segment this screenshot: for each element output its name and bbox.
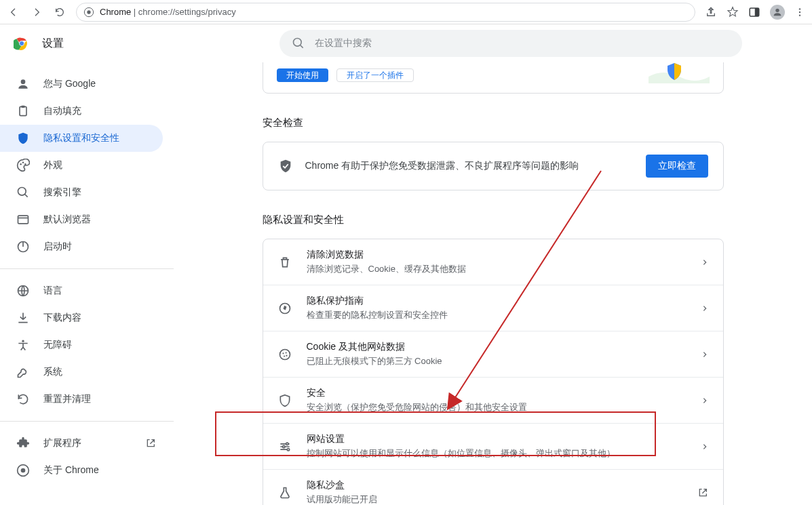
svg-rect-3 [755, 8, 759, 16]
sidebar-item-startup[interactable]: 启动时 [0, 233, 163, 260]
sidebar-item-accessibility[interactable]: 无障碍 [0, 331, 163, 359]
sidebar-item-language[interactable]: 语言 [0, 277, 163, 304]
safety-check-text: Chrome 有助于保护您免受数据泄露、不良扩展程序等问题的影响 [305, 160, 634, 172]
svg-point-29 [284, 355, 285, 357]
sidebar-item-about[interactable]: 关于 Chrome [0, 457, 163, 484]
cookie-icon [278, 348, 292, 361]
row-security[interactable]: 安全安全浏览（保护您免受危险网站的侵害）和其他安全设置 [263, 377, 723, 423]
app-title: 设置 [42, 37, 64, 51]
chevron-right-icon [701, 305, 708, 312]
svg-point-6 [799, 11, 800, 12]
sidebar-item-label: 自动填充 [43, 105, 81, 117]
globe-icon [16, 284, 30, 298]
svg-point-28 [285, 352, 286, 353]
shield-icon [16, 132, 30, 145]
svg-point-24 [21, 468, 26, 473]
sidebar-item-label: 隐私设置和安全性 [43, 132, 119, 144]
chrome-icon [83, 7, 94, 18]
sidebar-item-label: 外观 [43, 159, 62, 171]
sidebar-item-extensions[interactable]: 扩展程序 [0, 430, 163, 457]
back-button[interactable] [7, 5, 20, 19]
svg-point-1 [87, 10, 90, 14]
sidebar-item-label: 重置并清理 [43, 393, 91, 405]
svg-rect-14 [22, 106, 25, 108]
trash-icon [278, 256, 292, 269]
svg-point-31 [286, 443, 288, 445]
sidebar-item-appearance[interactable]: 外观 [0, 152, 163, 179]
share-icon[interactable] [705, 6, 717, 18]
search-icon [292, 37, 305, 50]
chevron-right-icon [701, 397, 708, 404]
row-sub: 清除浏览记录、Cookie、缓存及其他数据 [307, 263, 687, 275]
sidebar-item-privacy[interactable]: 隐私设置和安全性 [0, 125, 163, 152]
launch-icon [145, 438, 156, 449]
sidebar-item-downloads[interactable]: 下载内容 [0, 304, 163, 331]
svg-point-16 [22, 162, 24, 164]
settings-search[interactable]: 在设置中搜索 [279, 30, 742, 57]
palette-icon [16, 159, 30, 172]
row-title: 安全 [307, 387, 687, 399]
check-now-button[interactable]: 立即检查 [646, 155, 708, 178]
flask-icon [278, 486, 292, 500]
row-sub: 安全浏览（保护您免受危险网站的侵害）和其他安全设置 [307, 401, 687, 413]
svg-point-18 [18, 188, 26, 196]
sidebar-item-you-google[interactable]: 您与 Google [0, 70, 163, 98]
sidebar-item-reset[interactable]: 重置并清理 [0, 386, 163, 413]
svg-point-15 [20, 163, 22, 165]
row-title: 清除浏览数据 [307, 249, 687, 261]
sidebar-item-default-browser[interactable]: 默认浏览器 [0, 206, 163, 233]
row-sub: 检查重要的隐私控制设置和安全控件 [307, 309, 687, 321]
svg-point-33 [287, 448, 289, 450]
row-sub: 已阻止无痕模式下的第三方 Cookie [307, 355, 687, 367]
sidebar-item-label: 您与 Google [43, 78, 96, 90]
menu-icon[interactable] [794, 7, 805, 18]
reload-button[interactable] [53, 5, 66, 19]
sidebar-item-label: 语言 [43, 285, 62, 297]
sidebar-item-label: 扩展程序 [43, 437, 81, 449]
row-cookies[interactable]: Cookie 及其他网站数据已阻止无痕模式下的第三方 Cookie [263, 331, 723, 377]
sidebar-item-search[interactable]: 搜索引擎 [0, 179, 163, 206]
row-privacy-sandbox[interactable]: 隐私沙盒试用版功能已开启 [263, 469, 723, 505]
sidebar-item-label: 关于 Chrome [43, 464, 99, 477]
svg-rect-13 [20, 106, 26, 115]
sidebar-separator [0, 421, 174, 422]
bookmark-icon[interactable] [727, 6, 739, 18]
row-sub: 试用版功能已开启 [307, 493, 682, 505]
sidebar-item-label: 搜索引擎 [43, 186, 81, 199]
sidebar-item-label: 无障碍 [43, 339, 72, 351]
sidepanel-icon[interactable] [748, 6, 760, 18]
svg-point-5 [799, 8, 800, 9]
row-site-settings[interactable]: 网站设置控制网站可以使用和显示什么信息（如位置信息、摄像头、弹出式窗口及其他） [263, 423, 723, 469]
row-title: Cookie 及其他网站数据 [307, 341, 687, 353]
url-bar[interactable]: Chrome | chrome://settings/privacy [76, 3, 695, 22]
row-title: 隐私沙盒 [307, 479, 682, 491]
sidebar-item-autofill[interactable]: 自动填充 [0, 98, 163, 125]
pill-primary[interactable]: 开始使用 [277, 68, 328, 82]
sidebar-item-label: 启动时 [43, 241, 72, 253]
power-icon [16, 240, 30, 254]
row-clear-browsing-data[interactable]: 清除浏览数据清除浏览记录、Cookie、缓存及其他数据 [263, 239, 723, 285]
svg-point-17 [24, 163, 26, 165]
svg-point-26 [279, 349, 290, 359]
sidebar-item-label: 下载内容 [43, 312, 81, 324]
svg-rect-19 [18, 216, 28, 224]
restore-icon [16, 392, 30, 406]
tune-icon [278, 440, 292, 453]
launch-icon [697, 487, 708, 498]
svg-point-12 [21, 79, 26, 84]
chrome-grey-icon [16, 464, 30, 477]
row-title: 网站设置 [307, 433, 687, 445]
svg-point-22 [22, 340, 24, 342]
chevron-right-icon [701, 259, 708, 266]
forward-button[interactable] [30, 5, 43, 19]
row-privacy-guide[interactable]: 隐私保护指南检查重要的隐私控制设置和安全控件 [263, 285, 723, 331]
sidebar-separator [0, 268, 174, 269]
shield-outline-icon [278, 394, 292, 407]
pill-secondary[interactable]: 开启了一个插件 [336, 68, 414, 82]
svg-point-32 [282, 445, 284, 447]
sidebar-item-system[interactable]: 系统 [0, 359, 163, 386]
profile-avatar[interactable] [770, 5, 785, 20]
chevron-right-icon [701, 443, 708, 450]
svg-point-7 [799, 14, 800, 16]
compass-icon [278, 302, 292, 315]
